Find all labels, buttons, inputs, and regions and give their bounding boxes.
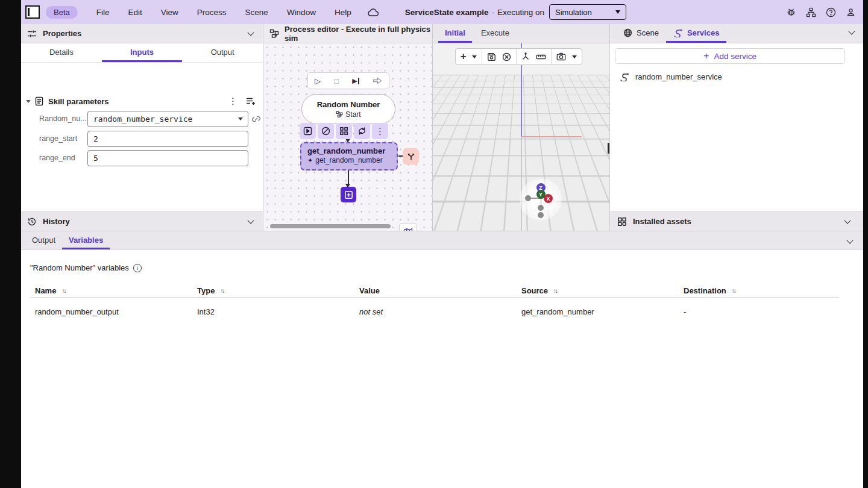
menu-edit[interactable]: Edit bbox=[128, 8, 142, 17]
skip-icon[interactable] bbox=[373, 77, 382, 84]
service-icon bbox=[620, 73, 629, 81]
add-service-button[interactable]: + Add service bbox=[615, 48, 845, 64]
table-row[interactable]: random_number_output Int32 not set get_r… bbox=[30, 304, 839, 319]
stop-icon[interactable]: □ bbox=[334, 77, 339, 86]
panel-resize-handle-left[interactable] bbox=[433, 143, 435, 154]
info-icon[interactable]: i bbox=[133, 264, 142, 272]
tab-output[interactable]: Output bbox=[25, 231, 62, 249]
globe-icon bbox=[623, 28, 632, 37]
executing-on-label: Executing on bbox=[497, 8, 544, 17]
service-select-input[interactable] bbox=[87, 111, 248, 127]
run-from-here-icon[interactable] bbox=[300, 123, 316, 139]
field-row-range-end: range_end bbox=[21, 149, 263, 166]
tab-variables[interactable]: Variables bbox=[62, 231, 110, 249]
chevron-down-icon[interactable] bbox=[846, 237, 853, 243]
tab-details[interactable]: Details bbox=[21, 43, 102, 62]
range-start-input[interactable] bbox=[87, 131, 248, 147]
tab-output[interactable]: Output bbox=[182, 43, 263, 62]
dropdown-caret-icon bbox=[615, 10, 620, 14]
cancel-icon[interactable] bbox=[502, 52, 511, 61]
cloud-sync-icon[interactable] bbox=[367, 8, 379, 17]
add-object-caret-icon[interactable] bbox=[472, 55, 477, 58]
more-vertical-icon[interactable]: ⋮ bbox=[372, 123, 388, 139]
sort-icon[interactable]: ↑↓ bbox=[732, 287, 735, 294]
tab-scene[interactable]: Scene bbox=[616, 24, 666, 43]
run-icon[interactable]: ▷ bbox=[315, 77, 321, 86]
cell-source: get_random_number bbox=[517, 304, 679, 319]
viewport-3d-scene[interactable]: Z Y X + bbox=[433, 43, 609, 231]
viewport-tabs: Initial Execute bbox=[433, 24, 609, 43]
add-node-button[interactable] bbox=[341, 187, 356, 202]
debug-icon[interactable] bbox=[785, 7, 796, 17]
document-title-name: ServiceState example bbox=[405, 8, 489, 17]
minimap-toggle-button[interactable] bbox=[399, 223, 417, 231]
sort-icon[interactable]: ↑↓ bbox=[220, 287, 224, 294]
group-nodes-icon[interactable] bbox=[336, 123, 352, 139]
link-variable-icon[interactable] bbox=[252, 114, 260, 124]
process-tree-icon[interactable] bbox=[805, 7, 816, 17]
properties-header[interactable]: Properties bbox=[21, 24, 263, 43]
menu-scene[interactable]: Scene bbox=[245, 8, 268, 17]
chevron-down-icon[interactable] bbox=[247, 29, 254, 36]
column-header-source[interactable]: Source ↑↓ bbox=[517, 284, 679, 297]
beta-badge: Beta bbox=[46, 6, 78, 19]
process-canvas[interactable]: ▷ □ ▶ Random Number bbox=[263, 43, 432, 231]
camera-icon[interactable] bbox=[556, 52, 566, 61]
skill-parameters-title: Skill parameters bbox=[48, 97, 108, 106]
x-axis-line bbox=[521, 136, 582, 137]
chevron-down-icon[interactable] bbox=[848, 28, 855, 34]
tab-inputs[interactable]: Inputs bbox=[102, 43, 183, 62]
column-header-type[interactable]: Type ↑↓ bbox=[192, 284, 354, 297]
branch-button[interactable] bbox=[403, 148, 419, 164]
installed-assets-bar[interactable]: Installed assets bbox=[610, 211, 863, 231]
environment-select[interactable]: Simulation bbox=[549, 4, 626, 20]
gizmo-neg-x-handle[interactable] bbox=[525, 195, 531, 201]
add-object-group: + bbox=[456, 49, 482, 64]
start-node[interactable]: Random Number Start bbox=[301, 94, 395, 124]
service-list-item[interactable]: random_number_service bbox=[620, 72, 722, 81]
sort-icon[interactable]: ↑↓ bbox=[553, 287, 557, 294]
menu-help[interactable]: Help bbox=[335, 8, 351, 17]
sort-icon[interactable]: ↑↓ bbox=[61, 287, 65, 294]
help-icon[interactable] bbox=[825, 7, 836, 17]
step-icon[interactable]: ▶ bbox=[352, 77, 359, 85]
tab-services[interactable]: Services bbox=[666, 24, 727, 43]
add-object-icon[interactable]: + bbox=[461, 51, 466, 62]
save-icon[interactable] bbox=[487, 52, 496, 61]
tab-execute[interactable]: Execute bbox=[474, 24, 516, 43]
playlist-add-icon[interactable] bbox=[246, 97, 256, 105]
chevron-down-icon[interactable] bbox=[844, 217, 851, 224]
camera-caret-icon[interactable] bbox=[572, 55, 577, 58]
range-end-input[interactable] bbox=[87, 150, 248, 166]
frame-axes-icon[interactable] bbox=[521, 52, 530, 61]
dropdown-caret-icon bbox=[238, 117, 243, 120]
gizmo-neg-z-handle[interactable] bbox=[538, 212, 544, 218]
service-select[interactable] bbox=[87, 111, 248, 127]
horizontal-scrollbar[interactable] bbox=[270, 224, 391, 228]
column-header-destination[interactable]: Destination ↑↓ bbox=[679, 284, 839, 297]
skill-node-get-random-number[interactable]: get_random_number ✦ get_random_number bbox=[300, 142, 398, 170]
menu-process[interactable]: Process bbox=[197, 8, 227, 17]
chevron-down-icon[interactable] bbox=[247, 217, 254, 224]
tab-initial[interactable]: Initial bbox=[438, 24, 472, 43]
grid-seam-line bbox=[521, 137, 522, 231]
gizmo-x-handle[interactable]: X bbox=[544, 194, 553, 203]
app-logo[interactable] bbox=[25, 5, 40, 19]
menu-file[interactable]: File bbox=[96, 8, 110, 17]
ruler-icon[interactable] bbox=[536, 54, 546, 60]
history-bar[interactable]: History bbox=[21, 211, 263, 231]
skill-parameters-section: Skill parameters ⋮ bbox=[21, 94, 263, 108]
process-flow-icon bbox=[269, 29, 279, 38]
loop-icon[interactable] bbox=[354, 123, 370, 139]
gizmo-neg-y-handle[interactable] bbox=[538, 205, 544, 211]
account-icon[interactable] bbox=[845, 7, 856, 17]
panel-resize-handle-right[interactable] bbox=[608, 143, 609, 154]
document-title: ServiceState example · Executing on bbox=[405, 8, 544, 17]
disable-node-icon[interactable] bbox=[318, 123, 334, 139]
menu-window[interactable]: Window bbox=[287, 8, 316, 17]
collapse-caret-icon[interactable] bbox=[26, 100, 31, 103]
column-header-name[interactable]: Name ↑↓ bbox=[30, 284, 192, 297]
menu-view[interactable]: View bbox=[161, 8, 178, 17]
field-label: Random_nu... bbox=[21, 114, 87, 123]
more-vertical-icon[interactable]: ⋮ bbox=[228, 96, 237, 107]
